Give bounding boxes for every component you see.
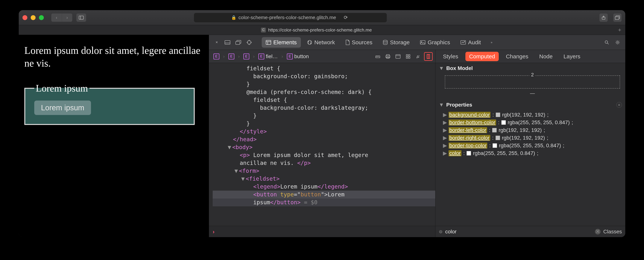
console-prompt[interactable]: › [209, 226, 435, 237]
dom-panel: E › E › E › Efiel… › Ebutton [209, 50, 436, 237]
filter-row: ⊜ ✕ Classes [436, 226, 625, 237]
crumb-button[interactable]: Ebutton [285, 52, 311, 61]
classes-button[interactable]: Classes [603, 229, 622, 235]
tab-network[interactable]: Network [303, 37, 339, 48]
rendered-page: Lorem ipsum dolor sit amet, legere ancil… [19, 35, 209, 237]
tab-label: https://color-scheme-prefers-color-schem… [268, 27, 372, 33]
tab-node[interactable]: Node [536, 52, 556, 61]
favicon-icon: C [261, 28, 266, 33]
reload-button[interactable]: ⟳ [342, 14, 350, 21]
svg-point-17 [308, 40, 312, 44]
fullscreen-window-button[interactable] [39, 15, 44, 20]
disclosure-triangle-icon: ▼ [439, 102, 444, 108]
filter-input[interactable] [445, 229, 592, 235]
svg-point-22 [605, 41, 608, 43]
search-button[interactable] [602, 38, 611, 47]
minimize-window-button[interactable] [31, 15, 36, 20]
sidebar-toggle-button[interactable] [76, 14, 86, 22]
disclosure-triangle-icon: ▼ [439, 65, 444, 71]
prop-row[interactable]: ▶border-right-color:rgb(192, 192, 192); [438, 134, 624, 142]
devtools-body: E › E › E › Efiel… › Ebutton [209, 50, 625, 237]
layout-icon[interactable] [394, 52, 402, 61]
share-button[interactable] [600, 14, 608, 22]
prop-row[interactable]: ▶background-color:rgb(192, 192, 192); [438, 111, 624, 118]
tab-audit[interactable]: Audit [456, 37, 485, 48]
prop-row[interactable]: ▶border-bottom-color:rgba(255, 255, 255,… [438, 118, 624, 126]
browser-tab[interactable]: C https://color-scheme-prefers-color-sch… [19, 25, 614, 35]
chevron-right-icon: › [213, 228, 214, 235]
new-tab-button[interactable]: + [614, 27, 625, 33]
svg-rect-34 [406, 55, 408, 56]
inspect-element-button[interactable] [245, 38, 254, 47]
box-model-top: 2 [530, 72, 535, 78]
traffic-lights [22, 15, 44, 20]
properties-header[interactable]: ▼ Properties ≡ [436, 100, 625, 110]
back-button[interactable]: ‹ [51, 14, 62, 22]
devtools: ✕ Elements Network Sources [209, 35, 625, 237]
prop-row[interactable]: ▶border-top-color:rgba(255, 255, 255, 0.… [438, 142, 624, 149]
svg-point-20 [421, 42, 422, 42]
crumb-0[interactable]: E [212, 52, 221, 61]
tab-computed[interactable]: Computed [466, 52, 499, 61]
source-tree[interactable]: fieldset { background-color: gainsboro; … [209, 63, 435, 226]
dock-bottom-button[interactable] [223, 38, 232, 47]
close-window-button[interactable] [22, 15, 27, 20]
properties-list: ▶background-color:rgb(192, 192, 192); ▶b… [436, 110, 625, 157]
page-legend: Lorem ipsum [34, 83, 90, 94]
page-form: Lorem ipsum Lorem ipsum [24, 83, 203, 125]
page-paragraph: Lorem ipsum dolor sit amet, legere ancil… [24, 44, 203, 70]
page-button[interactable]: Lorem ipsum [34, 100, 91, 115]
url-bar[interactable]: 🔒 color-scheme-prefers-color-scheme.glit… [194, 13, 387, 22]
properties-menu-button[interactable]: ≡ [616, 102, 622, 108]
tabs-button[interactable] [613, 14, 622, 22]
prop-row[interactable]: ▶border-left-color:rgb(192, 192, 192); [438, 126, 624, 134]
prop-row[interactable]: ▶color:rgba(255, 255, 255, 0.847); [438, 149, 624, 157]
svg-line-23 [607, 43, 608, 44]
breadcrumb-row: E › E › E › Efiel… › Ebutton [209, 50, 435, 63]
styles-panel: Styles Computed Changes Node Layers ▼ Bo… [436, 50, 625, 237]
tab-styles[interactable]: Styles [439, 52, 462, 61]
more-tabs-button[interactable]: » [487, 38, 496, 47]
svg-rect-4 [615, 17, 619, 20]
crumb-2[interactable]: E [242, 52, 251, 61]
paint-icon[interactable] [414, 52, 422, 61]
nav-buttons: ‹ › [51, 14, 72, 22]
tab-changes[interactable]: Changes [502, 52, 532, 61]
lock-icon: 🔒 [231, 15, 236, 20]
crumb-1[interactable]: E [226, 52, 236, 61]
devtools-tabbar: ✕ Elements Network Sources [209, 35, 625, 50]
box-model-bottom: — [445, 90, 620, 96]
svg-rect-19 [420, 41, 425, 44]
clear-filter-button[interactable]: ✕ [595, 229, 600, 234]
tab-layers[interactable]: Layers [560, 52, 584, 61]
box-model-diagram: 2 — [436, 74, 625, 100]
close-devtools-button[interactable]: ✕ [212, 38, 221, 47]
dock-side-button[interactable] [234, 38, 242, 47]
tab-elements[interactable]: Elements [262, 37, 301, 48]
tab-graphics[interactable]: Graphics [416, 37, 454, 48]
forward-button[interactable]: › [62, 14, 72, 22]
grid-icon[interactable] [404, 52, 412, 61]
svg-rect-8 [236, 42, 240, 44]
settings-button[interactable] [613, 38, 622, 47]
svg-rect-36 [406, 57, 408, 58]
composite-icon[interactable] [424, 52, 433, 61]
svg-rect-14 [266, 40, 271, 44]
filter-icon: ⊜ [439, 229, 442, 234]
styles-tabbar: Styles Computed Changes Node Layers [436, 50, 625, 63]
tab-storage[interactable]: Storage [379, 37, 414, 48]
svg-point-18 [383, 40, 387, 42]
svg-rect-0 [79, 16, 84, 19]
safari-window: ‹ › 🔒 color-scheme-prefers-color-scheme.… [19, 10, 625, 237]
url-text: color-scheme-prefers-color-scheme.glitch… [238, 15, 336, 21]
tab-sources[interactable]: Sources [341, 37, 376, 48]
print-icon[interactable] [384, 52, 392, 61]
tab-bar: C https://color-scheme-prefers-color-sch… [19, 25, 625, 35]
svg-rect-37 [408, 57, 410, 58]
ruler-icon[interactable] [374, 52, 382, 61]
page-fieldset: Lorem ipsum Lorem ipsum [24, 83, 195, 125]
svg-rect-32 [396, 55, 400, 58]
content-area: Lorem ipsum dolor sit amet, legere ancil… [19, 35, 625, 237]
svg-rect-35 [408, 55, 410, 56]
crumb-fieldset[interactable]: Efiel… [256, 52, 280, 61]
